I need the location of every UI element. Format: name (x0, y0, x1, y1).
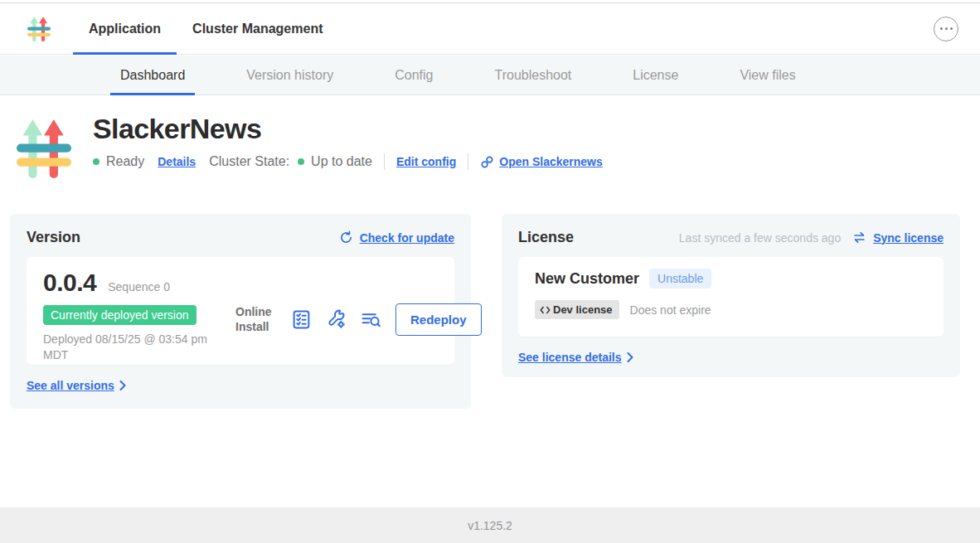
version-card: Version Check for update 0.0.4 Sequence … (10, 214, 471, 409)
app-sub-nav: Dashboard Version history Config Trouble… (0, 56, 980, 95)
tab-license[interactable]: License (623, 56, 688, 95)
expiry-text: Does not expire (630, 303, 711, 317)
license-summary-panel: New Customer Unstable Dev license Does n… (518, 257, 944, 337)
overflow-menu-button[interactable] (934, 17, 958, 41)
license-card-title: License (518, 229, 574, 246)
chevron-right-icon (627, 352, 633, 362)
tab-troubleshoot[interactable]: Troubleshoot (484, 56, 581, 95)
sequence-label: Sequence 0 (108, 280, 170, 293)
divider (384, 153, 385, 170)
tab-version-history[interactable]: Version history (236, 56, 343, 95)
current-version-panel: 0.0.4 Sequence 0 Currently deployed vers… (27, 257, 454, 365)
tab-application[interactable]: Application (73, 3, 177, 54)
deploy-logs-icon[interactable] (361, 309, 381, 330)
wrench-gear-icon[interactable] (326, 309, 347, 330)
divider (468, 153, 468, 170)
redeploy-button[interactable]: Redeploy (395, 303, 482, 336)
deployed-timestamp: Deployed 08/15/25 @ 03:54 pm MDT (43, 332, 224, 363)
cluster-state-dot (298, 158, 304, 165)
app-footer: v1.125.2 (0, 507, 980, 543)
tab-view-files[interactable]: View files (730, 56, 805, 95)
cluster-state-value: Up to date (311, 154, 372, 169)
version-number: 0.0.4 (43, 269, 96, 297)
app-status-dot (93, 158, 99, 165)
console-version-text: v1.125.2 (468, 519, 512, 532)
top-nav: Application Cluster Management (0, 2, 980, 55)
version-card-title: Version (27, 229, 80, 246)
details-link[interactable]: Details (158, 155, 196, 168)
channel-badge: Unstable (649, 269, 711, 288)
app-header: SlackerNews Ready Details Cluster State:… (17, 114, 603, 184)
preflight-checks-icon[interactable] (291, 309, 312, 330)
deployed-status-badge: Currently deployed version (43, 305, 196, 325)
primary-tabs: Application Cluster Management (73, 3, 338, 54)
license-card: License Last synced a few seconds ago Sy… (502, 214, 960, 377)
edit-config-link[interactable]: Edit config (396, 155, 456, 168)
brand-logo-icon[interactable] (27, 15, 51, 43)
tab-cluster-management[interactable]: Cluster Management (177, 3, 338, 54)
tab-dashboard[interactable]: Dashboard (110, 56, 195, 95)
customer-name: New Customer (535, 270, 639, 288)
page-title: SlackerNews (93, 114, 603, 144)
chevron-right-icon (119, 381, 126, 390)
code-brackets-icon (540, 305, 551, 315)
check-for-update-link[interactable]: Check for update (360, 231, 454, 245)
cluster-state-label: Cluster State: (209, 154, 289, 169)
refresh-icon (339, 230, 353, 245)
see-license-details-link[interactable]: See license details (518, 351, 633, 364)
see-all-versions-link[interactable]: See all versions (27, 379, 126, 392)
link-chain-icon (480, 155, 494, 169)
ellipsis-icon (940, 27, 953, 30)
license-type-badge: Dev license (535, 300, 619, 319)
install-type-label: Online Install (235, 305, 277, 334)
tab-config[interactable]: Config (385, 56, 443, 95)
last-synced-text: Last synced a few seconds ago (679, 231, 841, 245)
app-status-text: Ready (106, 154, 144, 169)
open-slackernews-link[interactable]: Open Slackernews (480, 155, 603, 169)
app-status-row: Ready Details Cluster State: Up to date … (93, 153, 603, 170)
swap-arrows-icon (852, 230, 866, 245)
app-logo-icon (17, 114, 71, 184)
sync-license-link[interactable]: Sync license (873, 231, 944, 245)
